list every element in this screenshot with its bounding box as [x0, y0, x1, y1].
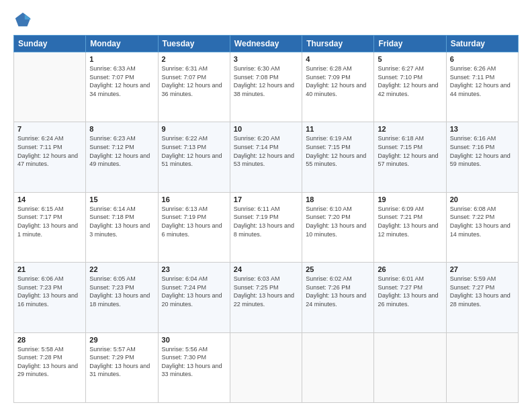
day-info: Sunrise: 6:31 AMSunset: 7:07 PMDaylight:… — [162, 64, 226, 98]
day-number: 11 — [306, 125, 370, 133]
day-info: Sunrise: 6:20 AMSunset: 7:14 PMDaylight:… — [234, 134, 298, 168]
day-number: 3 — [234, 55, 298, 63]
calendar-cell: 10Sunrise: 6:20 AMSunset: 7:14 PMDayligh… — [230, 122, 302, 192]
calendar-cell — [302, 332, 374, 402]
day-info: Sunrise: 5:56 AMSunset: 7:30 PMDaylight:… — [162, 345, 226, 379]
day-number: 14 — [17, 195, 82, 203]
day-info: Sunrise: 6:02 AMSunset: 7:26 PMDaylight:… — [306, 275, 370, 308]
day-info: Sunrise: 6:18 AMSunset: 7:15 PMDaylight:… — [378, 134, 442, 168]
day-info: Sunrise: 6:11 AMSunset: 7:19 PMDaylight:… — [234, 205, 298, 238]
day-number: 15 — [89, 195, 154, 203]
calendar-cell: 24Sunrise: 6:03 AMSunset: 7:25 PMDayligh… — [230, 263, 302, 332]
day-number: 9 — [162, 125, 226, 133]
day-number: 20 — [450, 195, 515, 203]
day-number: 29 — [89, 336, 154, 344]
calendar-cell: 16Sunrise: 6:13 AMSunset: 7:19 PMDayligh… — [158, 192, 230, 262]
calendar-cell: 11Sunrise: 6:19 AMSunset: 7:15 PMDayligh… — [302, 122, 374, 192]
day-info: Sunrise: 6:24 AMSunset: 7:11 PMDaylight:… — [17, 134, 82, 168]
day-info: Sunrise: 6:10 AMSunset: 7:20 PMDaylight:… — [306, 205, 370, 238]
weekday-header: Tuesday — [158, 36, 230, 52]
day-number: 10 — [234, 125, 298, 133]
day-number: 16 — [162, 195, 226, 203]
day-number: 12 — [378, 125, 442, 133]
day-number: 2 — [162, 55, 226, 63]
day-number: 18 — [306, 195, 370, 203]
day-info: Sunrise: 5:58 AMSunset: 7:28 PMDaylight:… — [17, 345, 82, 379]
calendar-cell: 1Sunrise: 6:33 AMSunset: 7:07 PMDaylight… — [86, 52, 158, 122]
logo — [13, 11, 35, 30]
day-number: 1 — [89, 55, 154, 63]
calendar-cell: 17Sunrise: 6:11 AMSunset: 7:19 PMDayligh… — [230, 192, 302, 262]
calendar-cell: 27Sunrise: 5:59 AMSunset: 7:27 PMDayligh… — [446, 263, 518, 332]
calendar-cell: 8Sunrise: 6:23 AMSunset: 7:12 PMDaylight… — [86, 122, 158, 192]
day-number: 19 — [378, 195, 442, 203]
calendar-cell: 12Sunrise: 6:18 AMSunset: 7:15 PMDayligh… — [374, 122, 446, 192]
calendar-week-row: 1Sunrise: 6:33 AMSunset: 7:07 PMDaylight… — [14, 52, 519, 122]
day-info: Sunrise: 6:15 AMSunset: 7:17 PMDaylight:… — [17, 205, 82, 238]
day-info: Sunrise: 6:33 AMSunset: 7:07 PMDaylight:… — [89, 64, 154, 98]
day-number: 8 — [89, 125, 154, 133]
day-info: Sunrise: 6:09 AMSunset: 7:21 PMDaylight:… — [378, 205, 442, 238]
calendar-cell: 25Sunrise: 6:02 AMSunset: 7:26 PMDayligh… — [302, 263, 374, 332]
day-number: 22 — [89, 265, 154, 273]
weekday-header: Friday — [374, 36, 446, 52]
svg-marker-0 — [15, 13, 30, 27]
calendar-cell: 29Sunrise: 5:57 AMSunset: 7:29 PMDayligh… — [86, 332, 158, 402]
weekday-header-row: SundayMondayTuesdayWednesdayThursdayFrid… — [14, 36, 519, 52]
day-number: 27 — [450, 265, 515, 273]
day-info: Sunrise: 6:01 AMSunset: 7:27 PMDaylight:… — [378, 275, 442, 308]
weekday-header: Thursday — [302, 36, 374, 52]
calendar-cell: 2Sunrise: 6:31 AMSunset: 7:07 PMDaylight… — [158, 52, 230, 122]
day-number: 21 — [17, 265, 82, 273]
weekday-header: Wednesday — [230, 36, 302, 52]
calendar-cell: 14Sunrise: 6:15 AMSunset: 7:17 PMDayligh… — [14, 192, 86, 262]
day-number: 23 — [162, 265, 226, 273]
calendar-cell: 20Sunrise: 6:08 AMSunset: 7:22 PMDayligh… — [446, 192, 518, 262]
calendar-cell: 15Sunrise: 6:14 AMSunset: 7:18 PMDayligh… — [86, 192, 158, 262]
calendar-cell — [14, 52, 86, 122]
day-info: Sunrise: 6:28 AMSunset: 7:09 PMDaylight:… — [306, 64, 370, 98]
day-info: Sunrise: 5:59 AMSunset: 7:27 PMDaylight:… — [450, 275, 515, 308]
calendar-cell: 5Sunrise: 6:27 AMSunset: 7:10 PMDaylight… — [374, 52, 446, 122]
page: SundayMondayTuesdayWednesdayThursdayFrid… — [0, 0, 532, 411]
day-number: 5 — [378, 55, 442, 63]
calendar-cell — [446, 332, 518, 402]
calendar-cell: 30Sunrise: 5:56 AMSunset: 7:30 PMDayligh… — [158, 332, 230, 402]
day-number: 4 — [306, 55, 370, 63]
calendar-cell: 6Sunrise: 6:26 AMSunset: 7:11 PMDaylight… — [446, 52, 518, 122]
day-info: Sunrise: 6:08 AMSunset: 7:22 PMDaylight:… — [450, 205, 515, 238]
logo-icon — [13, 11, 32, 30]
day-number: 26 — [378, 265, 442, 273]
day-number: 28 — [17, 336, 82, 344]
day-info: Sunrise: 6:03 AMSunset: 7:25 PMDaylight:… — [234, 275, 298, 308]
day-info: Sunrise: 6:30 AMSunset: 7:08 PMDaylight:… — [234, 64, 298, 98]
day-info: Sunrise: 5:57 AMSunset: 7:29 PMDaylight:… — [89, 345, 154, 379]
day-number: 6 — [450, 55, 515, 63]
day-info: Sunrise: 6:27 AMSunset: 7:10 PMDaylight:… — [378, 64, 442, 98]
calendar-week-row: 28Sunrise: 5:58 AMSunset: 7:28 PMDayligh… — [14, 332, 519, 402]
calendar-week-row: 14Sunrise: 6:15 AMSunset: 7:17 PMDayligh… — [14, 192, 519, 262]
day-number: 17 — [234, 195, 298, 203]
calendar-cell — [374, 332, 446, 402]
day-number: 25 — [306, 265, 370, 273]
calendar-cell — [230, 332, 302, 402]
calendar-cell: 18Sunrise: 6:10 AMSunset: 7:20 PMDayligh… — [302, 192, 374, 262]
day-info: Sunrise: 6:16 AMSunset: 7:16 PMDaylight:… — [450, 134, 515, 168]
calendar-cell: 26Sunrise: 6:01 AMSunset: 7:27 PMDayligh… — [374, 263, 446, 332]
calendar-cell: 3Sunrise: 6:30 AMSunset: 7:08 PMDaylight… — [230, 52, 302, 122]
calendar-week-row: 7Sunrise: 6:24 AMSunset: 7:11 PMDaylight… — [14, 122, 519, 192]
calendar-cell: 13Sunrise: 6:16 AMSunset: 7:16 PMDayligh… — [446, 122, 518, 192]
day-info: Sunrise: 6:13 AMSunset: 7:19 PMDaylight:… — [162, 205, 226, 238]
weekday-header: Monday — [86, 36, 158, 52]
day-info: Sunrise: 6:04 AMSunset: 7:24 PMDaylight:… — [162, 275, 226, 308]
calendar-cell: 9Sunrise: 6:22 AMSunset: 7:13 PMDaylight… — [158, 122, 230, 192]
day-number: 13 — [450, 125, 515, 133]
calendar-cell: 22Sunrise: 6:05 AMSunset: 7:23 PMDayligh… — [86, 263, 158, 332]
weekday-header: Sunday — [14, 36, 86, 52]
day-info: Sunrise: 6:26 AMSunset: 7:11 PMDaylight:… — [450, 64, 515, 98]
weekday-header: Saturday — [446, 36, 518, 52]
day-number: 24 — [234, 265, 298, 273]
calendar-cell: 7Sunrise: 6:24 AMSunset: 7:11 PMDaylight… — [14, 122, 86, 192]
day-info: Sunrise: 6:22 AMSunset: 7:13 PMDaylight:… — [162, 134, 226, 168]
day-info: Sunrise: 6:14 AMSunset: 7:18 PMDaylight:… — [89, 205, 154, 238]
